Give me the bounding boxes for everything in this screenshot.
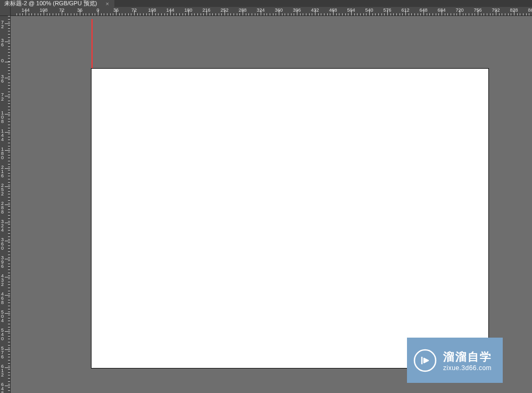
ruler-v-tick [8, 167, 10, 167]
ruler-h-tick [451, 13, 451, 15]
ruler-h-tick [418, 13, 418, 15]
ruler-v-tick [8, 269, 10, 270]
ruler-v-tick [8, 116, 10, 116]
ruler-v-tick [5, 78, 10, 78]
tab-title: 未标题-2 @ 100% (RGB/GPU 预览) [4, 0, 97, 7]
ruler-v-tick [5, 23, 10, 24]
ruler-v-tick [8, 390, 10, 391]
ruler-v-tick [8, 209, 10, 210]
ruler-h-tick [119, 13, 120, 15]
ruler-h-tick [445, 13, 445, 15]
ruler-vertical[interactable]: 7236036721081441802162522883243603964324… [0, 16, 11, 393]
ruler-v-tick [8, 212, 10, 212]
ruler-v-tick [8, 300, 10, 300]
ruler-v-tick [8, 248, 10, 249]
ruler-v-tick [8, 288, 10, 288]
ruler-v-tick [8, 372, 10, 373]
ruler-v-tick [8, 309, 10, 309]
ruler-v-tick [8, 330, 10, 330]
ruler-h-tick [113, 13, 113, 15]
ruler-h-tick [234, 13, 234, 15]
ruler-h-tick [517, 13, 518, 15]
ruler-v-tick [8, 43, 10, 44]
ruler-h-tick [463, 13, 463, 15]
ruler-h-tick [493, 13, 493, 15]
ruler-h-tick [215, 13, 216, 15]
ruler-v-tick [8, 176, 10, 176]
ruler-v-tick [8, 239, 10, 240]
ruler-v-tick [8, 130, 10, 131]
ruler-v-tick [8, 284, 10, 285]
ruler-h-tick [475, 13, 475, 15]
ruler-v-tick [5, 367, 10, 368]
tab-close-icon[interactable]: × [104, 1, 110, 7]
ruler-h-tick [484, 13, 484, 15]
ruler-v-tick [8, 224, 10, 225]
ruler-v-tick [5, 241, 10, 241]
ruler-h-tick [330, 13, 330, 15]
ruler-h-tick [31, 13, 32, 15]
ruler-v-tick [8, 291, 10, 291]
ruler-v-label: 216 [1, 165, 6, 178]
ruler-h-tick [155, 13, 156, 15]
ruler-h-tick [252, 13, 252, 15]
ruler-h-tick [270, 13, 270, 15]
canvas-workspace[interactable] [11, 16, 532, 393]
ruler-v-tick [8, 297, 10, 297]
tab-bar: 未标题-2 @ 100% (RGB/GPU 预览) × [0, 0, 532, 7]
ruler-h-tick [414, 13, 415, 15]
ruler-v-tick [8, 34, 10, 35]
ruler-h-tick [400, 13, 400, 15]
ruler-h-tick [291, 13, 292, 15]
ruler-h-tick [436, 13, 436, 15]
ruler-v-tick [8, 363, 10, 364]
ruler-v-tick [8, 73, 10, 74]
ruler-horizontal[interactable]: 1441087236036721081441802162522883243603… [11, 7, 532, 16]
ruler-h-tick [16, 13, 17, 15]
ruler-v-label: 108 [1, 111, 6, 124]
artboard[interactable] [92, 69, 488, 368]
ruler-h-tick [210, 13, 210, 15]
ruler-v-tick [8, 16, 10, 17]
ruler-h-tick [324, 13, 325, 15]
ruler-v-tick [8, 146, 10, 146]
ruler-v-tick [8, 327, 10, 328]
ruler-h-tick [363, 13, 364, 15]
ruler-h-tick [279, 13, 279, 15]
ruler-v-tick [5, 223, 10, 223]
ruler-v-tick [8, 312, 10, 312]
ruler-v-label: 180 [1, 147, 6, 160]
ruler-v-tick [5, 62, 10, 62]
ruler-h-tick [38, 13, 38, 15]
ruler-h-tick [122, 13, 122, 15]
ruler-h-tick [499, 13, 500, 15]
ruler-v-tick [5, 204, 10, 205]
ruler-h-tick [378, 13, 379, 15]
ruler-v-label: 324 [1, 219, 6, 232]
ruler-h-tick [357, 13, 358, 15]
ruler-h-tick [454, 13, 454, 15]
ruler-h-tick [366, 13, 367, 15]
ruler-v-tick [8, 67, 10, 68]
ruler-v-tick [8, 360, 10, 361]
ruler-h-tick [26, 13, 26, 15]
ruler-h-tick [152, 13, 153, 15]
ruler-h-tick [511, 13, 511, 15]
ruler-h-tick [312, 13, 312, 15]
ruler-h-tick [393, 13, 394, 15]
ruler-h-tick [481, 13, 481, 15]
ruler-v-label: 288 [1, 201, 6, 214]
ruler-origin-corner[interactable] [0, 7, 11, 16]
ruler-h-tick [188, 13, 189, 15]
guide-line-vertical[interactable] [92, 19, 93, 69]
ruler-h-tick [164, 13, 165, 15]
ruler-h-tick [203, 13, 204, 15]
ruler-h-tick [44, 13, 44, 15]
ruler-v-tick [8, 28, 10, 29]
ruler-h-tick [466, 13, 466, 15]
ruler-h-tick [71, 13, 71, 15]
document-tab[interactable]: 未标题-2 @ 100% (RGB/GPU 预览) × [0, 0, 114, 7]
ruler-h-tick [212, 13, 213, 15]
ruler-v-tick [8, 275, 10, 276]
ruler-v-tick [8, 351, 10, 351]
